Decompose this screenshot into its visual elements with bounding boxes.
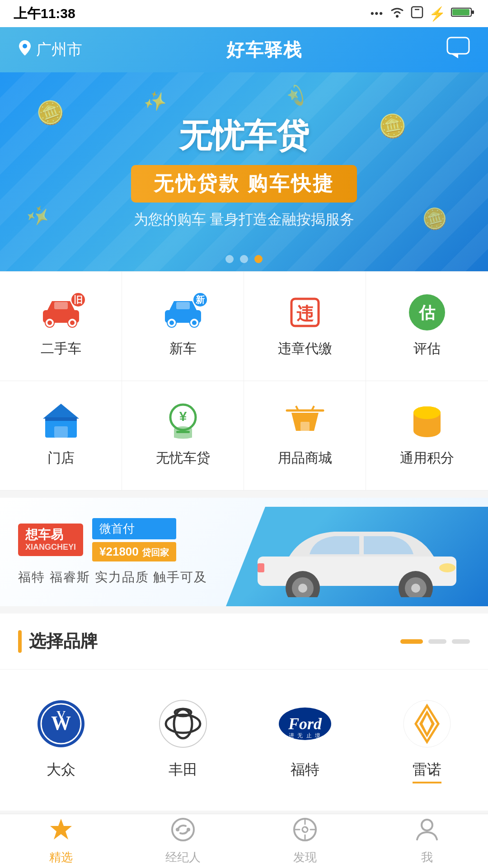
discover-icon xyxy=(292,817,318,847)
svg-point-71 xyxy=(176,828,179,831)
svg-rect-4 xyxy=(452,9,469,15)
ad-banner[interactable]: 想车易 XIANGCHEYI 微首付 ¥21800 贷回家 福特 福睿斯 实力品… xyxy=(0,498,488,606)
nav-item-broker[interactable]: 经纪人 xyxy=(122,817,244,865)
service-grid: 旧 二手车 新 新车 违 违章代缴 xyxy=(0,271,488,491)
renault-name: 雷诺 xyxy=(413,760,441,783)
nav-item-discover[interactable]: 发现 xyxy=(244,817,366,865)
svg-rect-5 xyxy=(472,10,474,14)
svg-rect-30 xyxy=(45,417,77,421)
banner-dot-1[interactable] xyxy=(225,255,234,263)
svg-text:Ford: Ford xyxy=(288,715,322,733)
broker-icon xyxy=(170,817,196,847)
svg-text:¥: ¥ xyxy=(179,409,187,424)
grid-item-loan[interactable]: ¥ 无忧车贷 xyxy=(122,381,244,491)
ford-name: 福特 xyxy=(291,760,319,780)
mall-label: 用品商城 xyxy=(278,449,332,467)
grid-item-points[interactable]: 通用积分 xyxy=(366,381,488,491)
svg-rect-33 xyxy=(176,431,190,433)
mall-icon xyxy=(282,404,328,440)
location-area[interactable]: 广州市 xyxy=(18,39,82,60)
new-car-icon: 新 xyxy=(160,294,206,330)
banner-dot-2[interactable] xyxy=(240,255,248,263)
banner-title: 无忧车贷 xyxy=(179,114,309,158)
points-label: 通用积分 xyxy=(400,449,454,467)
brand-grid: W V 大众 丰田 xyxy=(0,670,488,811)
wifi-icon xyxy=(389,6,405,22)
loan-label: 无忧车贷 xyxy=(156,449,210,467)
toyota-name: 丰田 xyxy=(169,760,197,780)
svg-rect-7 xyxy=(447,38,469,54)
charging-icon: ⚡ xyxy=(429,6,446,22)
svg-point-6 xyxy=(23,44,27,48)
header: 广州市 好车驿栈 xyxy=(0,27,488,72)
brand-item-toyota[interactable]: 丰田 xyxy=(122,683,244,797)
coin-decoration-3: 🪙 xyxy=(376,111,408,142)
volkswagen-name: 大众 xyxy=(47,760,75,780)
grid-item-violation[interactable]: 违 违章代缴 xyxy=(244,272,366,381)
svg-text:进 无 止 境: 进 无 止 境 xyxy=(289,732,321,739)
used-car-icon: 旧 xyxy=(38,294,84,330)
brand-section: 选择品牌 W V 大众 xyxy=(0,613,488,811)
location-text: 广州市 xyxy=(36,39,82,60)
banner-subtitle-box: 无忧贷款 购车快捷 xyxy=(131,165,357,203)
sim-icon xyxy=(411,6,423,22)
estimate-icon: 估 xyxy=(404,294,450,330)
svg-marker-69 xyxy=(50,819,72,840)
brand-page-dot-3[interactable] xyxy=(452,639,470,644)
grid-item-store[interactable]: 门店 xyxy=(0,381,122,491)
featured-star-icon xyxy=(48,817,74,847)
brand-page-dot-1[interactable] xyxy=(400,639,423,644)
points-icon xyxy=(404,404,450,440)
ad-description: 福特 福睿斯 实力品质 触手可及 xyxy=(18,569,470,586)
brand-item-ford[interactable]: Ford 进 无 止 境 福特 xyxy=(244,683,366,797)
nav-item-featured[interactable]: 精选 xyxy=(0,817,122,865)
svg-text:V: V xyxy=(56,708,66,722)
app-title: 好车驿栈 xyxy=(226,38,302,62)
broker-nav-label: 经纪人 xyxy=(165,849,201,865)
ad-price: ¥21800 贷回家 xyxy=(92,542,176,561)
svg-point-0 xyxy=(396,15,399,18)
brand-item-volkswagen[interactable]: W V 大众 xyxy=(0,683,122,797)
renault-logo xyxy=(400,697,454,751)
hero-banner[interactable]: 🪙 ✨ 🪙 ✨ 🪙 💫 无忧车贷 无忧贷款 购车快捷 为您的购车 量身打造金融按… xyxy=(0,72,488,271)
signal-dots-icon: ••• xyxy=(371,8,384,19)
grid-item-mall[interactable]: 用品商城 xyxy=(244,381,366,491)
grid-item-new-car[interactable]: 新 新车 xyxy=(122,272,244,381)
svg-rect-22 xyxy=(176,302,190,309)
violation-icon: 违 xyxy=(282,294,328,330)
bottom-navigation: 精选 经纪人 xyxy=(0,814,488,868)
svg-point-19 xyxy=(169,321,174,325)
status-bar: 上午11:38 ••• ⚡ xyxy=(0,0,488,27)
brand-section-title: 选择品牌 xyxy=(29,630,98,653)
ad-brand-area: 想车易 XIANGCHEYI 微首付 ¥21800 贷回家 xyxy=(18,518,470,561)
svg-point-74 xyxy=(302,827,308,832)
new-badge: 新 xyxy=(192,292,208,307)
svg-text:估: 估 xyxy=(418,303,436,322)
svg-rect-15 xyxy=(54,302,68,309)
grid-item-used-car[interactable]: 旧 二手车 xyxy=(0,272,122,381)
svg-point-44 xyxy=(413,406,441,419)
grid-item-estimate[interactable]: 估 评估 xyxy=(366,272,488,381)
svg-marker-8 xyxy=(451,54,458,58)
brand-section-header: 选择品牌 xyxy=(0,613,488,670)
ad-micro-pay-label: 微首付 xyxy=(92,518,176,539)
banner-description: 为您的购车 量身打造金融按揭服务 xyxy=(134,210,355,230)
ad-micro-pay-area: 微首付 ¥21800 贷回家 xyxy=(92,518,176,561)
status-time: 上午11:38 xyxy=(14,5,75,23)
used-car-label: 二手车 xyxy=(41,340,81,358)
message-icon[interactable] xyxy=(446,37,470,63)
svg-rect-29 xyxy=(54,426,68,438)
brand-page-dot-2[interactable] xyxy=(428,639,446,644)
banner-dot-3[interactable] xyxy=(254,255,263,263)
me-nav-label: 我 xyxy=(421,849,433,865)
battery-icon xyxy=(451,6,474,22)
svg-point-70 xyxy=(172,819,194,840)
ford-logo: Ford 进 无 止 境 xyxy=(278,697,332,751)
me-icon xyxy=(414,817,440,847)
discover-nav-label: 发现 xyxy=(293,849,317,865)
svg-rect-1 xyxy=(412,7,422,18)
svg-point-72 xyxy=(187,828,190,831)
volkswagen-logo: W V xyxy=(34,697,88,751)
nav-item-me[interactable]: 我 xyxy=(366,817,488,865)
brand-item-renault[interactable]: 雷诺 xyxy=(366,683,488,797)
